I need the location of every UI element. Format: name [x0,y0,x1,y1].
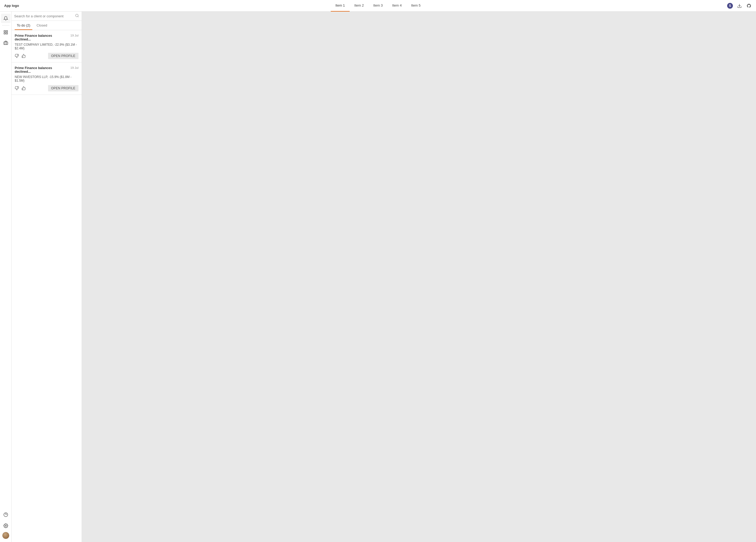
main-content [82,12,756,542]
sidebar-icons [0,12,12,542]
nav-item-4[interactable]: Item 4 [387,0,406,12]
nav-item-1[interactable]: Item 1 [331,0,350,12]
notification-header-2: Prime Finance balances declined... 19 Ju… [15,66,78,73]
sidebar-help-icon[interactable] [1,510,11,519]
notification-date-1: 19 Jul [70,34,78,37]
nav-item-3[interactable]: Item 3 [369,0,387,12]
s-avatar-icon[interactable]: S [727,3,733,9]
sidebar-bell-icon[interactable] [1,14,11,23]
nav-right: S [720,3,752,9]
main-layout: To do (2) Closed Prime Finance balances … [0,12,756,542]
notification-date-2: 19 Jul [70,66,78,69]
nav-items: Item 1 Item 2 Item 3 Item 4 Item 5 [36,0,720,12]
svg-rect-3 [6,33,7,34]
notification-header-1: Prime Finance balances declined... 19 Ju… [15,34,78,41]
thumbs-up-icon-2[interactable] [22,86,26,90]
github-icon[interactable] [746,3,752,9]
svg-rect-4 [4,33,5,34]
thumbs-up-icon-1[interactable] [22,54,26,58]
sidebar-grid-icon[interactable] [1,28,11,37]
notification-actions-1: OPEN PROFILE [15,53,78,59]
user-avatar[interactable] [2,532,9,539]
svg-rect-5 [4,42,8,45]
notification-actions-2: OPEN PROFILE [15,85,78,91]
notifications-list: Prime Finance balances declined... 19 Ju… [12,30,82,542]
top-nav: App logo Item 1 Item 2 Item 3 Item 4 Ite… [0,0,756,12]
open-profile-button-1[interactable]: OPEN PROFILE [48,53,78,59]
svg-point-9 [76,14,78,17]
notification-body-1: TEST COMPANY LIMITED, -22.9% ($3.1M - $2… [15,43,78,50]
svg-rect-2 [6,30,7,32]
notification-body-2: NEW INVESTORS LLP, -15.9% ($1.8M - $1.5M… [15,75,78,82]
tab-closed[interactable]: Closed [34,21,49,30]
sidebar-settings-icon[interactable] [1,521,11,530]
svg-rect-1 [4,30,5,32]
search-input[interactable] [14,14,73,18]
thumbs-down-icon-1[interactable] [15,54,19,58]
notification-title-1: Prime Finance balances declined... [15,34,68,41]
search-bar [12,12,82,21]
sidebar-bottom [1,510,11,539]
open-profile-button-2[interactable]: OPEN PROFILE [48,85,78,91]
sidebar-briefcase-icon[interactable] [1,38,11,48]
search-icon [75,14,79,18]
app-logo: App logo [4,4,36,8]
nav-item-2[interactable]: Item 2 [350,0,369,12]
thumbs-down-icon-2[interactable] [15,86,19,90]
download-icon[interactable] [737,3,742,9]
nav-item-5[interactable]: Item 5 [406,0,425,12]
svg-point-8 [5,525,6,527]
notification-item: Prime Finance balances declined... 19 Ju… [12,30,82,62]
tabs-row: To do (2) Closed [12,21,82,30]
notification-title-2: Prime Finance balances declined... [15,66,68,73]
side-panel: To do (2) Closed Prime Finance balances … [12,12,82,542]
notification-item-2: Prime Finance balances declined... 19 Ju… [12,62,82,95]
svg-line-10 [78,16,78,17]
tab-todo[interactable]: To do (2) [15,21,32,30]
